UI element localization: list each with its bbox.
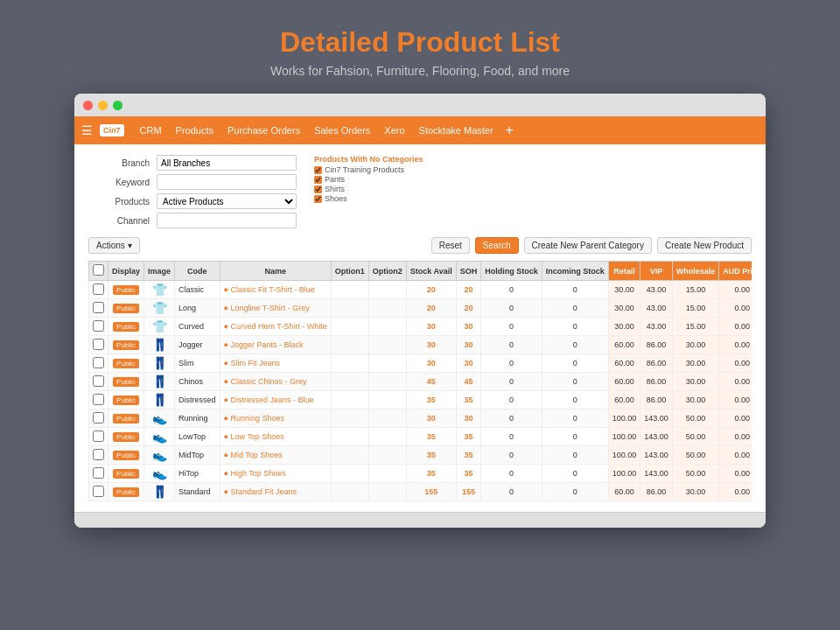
name-cell: ● Jogger Pants - Black bbox=[220, 336, 331, 354]
wholesale-cell: 15.00 bbox=[672, 281, 719, 299]
col-holding: Holding Stock bbox=[481, 262, 542, 281]
nav-add-icon[interactable]: + bbox=[500, 122, 519, 138]
option2-cell bbox=[368, 373, 406, 391]
product-link[interactable]: ● Running Shoes bbox=[224, 414, 284, 423]
product-link[interactable]: ● High Top Shoes bbox=[224, 469, 286, 478]
row-checkbox[interactable] bbox=[93, 486, 104, 497]
option1-cell bbox=[331, 318, 368, 336]
nav-item-crm[interactable]: CRM bbox=[133, 116, 169, 144]
row-checkbox[interactable] bbox=[93, 412, 104, 424]
product-link[interactable]: ● Mid Top Shoes bbox=[224, 451, 283, 459]
product-link[interactable]: ● Standard Fit Jeans bbox=[224, 487, 297, 496]
incoming-cell: 0 bbox=[542, 336, 608, 354]
image-cell: 👖 bbox=[144, 354, 175, 373]
row-checkbox[interactable] bbox=[93, 449, 104, 460]
holding-cell: 0 bbox=[481, 446, 542, 465]
retail-cell: 60.00 bbox=[608, 354, 640, 373]
name-cell: ● Standard Fit Jeans bbox=[220, 483, 331, 501]
vip-cell: 43.00 bbox=[640, 299, 673, 318]
products-select[interactable]: Active Products All Products Inactive Pr… bbox=[157, 193, 297, 209]
product-link[interactable]: ● Slim Fit Jeans bbox=[224, 359, 280, 368]
retail-cell: 60.00 bbox=[608, 373, 640, 391]
option1-cell bbox=[331, 336, 368, 354]
category-shoes[interactable]: Shoes bbox=[314, 194, 423, 203]
product-link[interactable]: ● Curved Hem T-Shirt - White bbox=[224, 322, 327, 331]
aud-cell: 0.00 bbox=[719, 465, 752, 483]
chevron-down-icon: ▾ bbox=[128, 241, 132, 250]
aud-cell: 0.00 bbox=[719, 373, 752, 391]
product-link[interactable]: ● Longline T-Shirt - Grey bbox=[224, 304, 310, 312]
keyword-input[interactable] bbox=[157, 174, 297, 190]
wholesale-cell: 30.00 bbox=[672, 483, 719, 501]
nav-item-sales-orders[interactable]: Sales Orders bbox=[307, 116, 377, 144]
row-checkbox[interactable] bbox=[93, 375, 104, 387]
row-checkbox[interactable] bbox=[93, 284, 104, 295]
close-dot[interactable] bbox=[83, 101, 93, 110]
image-cell: 👕 bbox=[144, 281, 175, 299]
create-product-button[interactable]: Create New Product bbox=[657, 237, 752, 254]
nav-item-xero[interactable]: Xero bbox=[377, 116, 411, 144]
wholesale-cell: 30.00 bbox=[672, 354, 719, 373]
display-badge: Public bbox=[113, 304, 139, 313]
nav-item-purchase-orders[interactable]: Purchase Orders bbox=[220, 116, 307, 144]
row-checkbox[interactable] bbox=[93, 357, 104, 368]
product-link[interactable]: ● Jogger Pants - Black bbox=[224, 340, 304, 349]
nav-item-stocktake[interactable]: Stocktake Master bbox=[412, 116, 500, 144]
col-image: Image bbox=[144, 262, 175, 281]
table-row: Public 👖 Chinos ● Classic Chinos - Grey … bbox=[89, 373, 752, 391]
hamburger-icon[interactable]: ☰ bbox=[81, 123, 93, 137]
category-cin7[interactable]: Cin7 Training Products bbox=[314, 165, 423, 174]
aud-cell: 0.00 bbox=[719, 410, 752, 428]
holding-cell: 0 bbox=[481, 281, 542, 299]
row-checkbox[interactable] bbox=[93, 320, 104, 332]
reset-button[interactable]: Reset bbox=[431, 237, 470, 254]
col-wholesale: Wholesale bbox=[672, 262, 719, 281]
image-cell: 👟 bbox=[144, 446, 175, 465]
search-button[interactable]: Search bbox=[475, 237, 519, 254]
code-cell: Slim bbox=[175, 354, 220, 373]
retail-cell: 60.00 bbox=[608, 483, 640, 501]
row-checkbox[interactable] bbox=[93, 394, 104, 405]
option2-cell bbox=[368, 410, 406, 428]
incoming-cell: 0 bbox=[542, 428, 608, 446]
create-category-button[interactable]: Create New Parent Category bbox=[524, 237, 652, 254]
stock-avail-cell: 20 bbox=[406, 299, 456, 318]
maximize-dot[interactable] bbox=[113, 101, 122, 110]
aud-cell: 0.00 bbox=[719, 428, 752, 446]
table-row: Public 👖 Distressed ● Distressed Jeans -… bbox=[89, 391, 752, 410]
select-all-checkbox[interactable] bbox=[93, 264, 104, 276]
vip-cell: 143.00 bbox=[640, 428, 673, 446]
row-checkbox[interactable] bbox=[93, 467, 104, 479]
row-checkbox[interactable] bbox=[93, 339, 104, 350]
code-cell: Long bbox=[175, 299, 220, 318]
row-checkbox[interactable] bbox=[93, 430, 104, 442]
incoming-cell: 0 bbox=[542, 465, 608, 483]
channel-input[interactable] bbox=[157, 213, 297, 228]
branch-input[interactable] bbox=[157, 155, 297, 171]
product-link[interactable]: ● Classic Fit T-Shirt - Blue bbox=[224, 285, 315, 294]
category-shirts[interactable]: Shirts bbox=[314, 185, 423, 193]
display-badge: Public bbox=[113, 322, 139, 332]
image-cell: 👖 bbox=[144, 391, 175, 410]
holding-cell: 0 bbox=[481, 336, 542, 354]
display-badge: Public bbox=[113, 469, 139, 479]
nav-item-products[interactable]: Products bbox=[169, 116, 220, 144]
filter-section: Branch Keyword Products Active Products … bbox=[88, 155, 752, 228]
category-pants[interactable]: Pants bbox=[314, 175, 423, 184]
nav-logo: Cin7 bbox=[100, 124, 124, 136]
filter-right: Products With No Categories Cin7 Trainin… bbox=[314, 155, 423, 204]
product-link[interactable]: ● Low Top Shoes bbox=[224, 432, 284, 441]
product-link[interactable]: ● Distressed Jeans - Blue bbox=[224, 396, 314, 404]
product-link[interactable]: ● Classic Chinos - Grey bbox=[224, 377, 307, 386]
wholesale-cell: 50.00 bbox=[672, 428, 719, 446]
col-name: Name bbox=[220, 262, 331, 281]
minimize-dot[interactable] bbox=[98, 101, 108, 110]
row-checkbox[interactable] bbox=[93, 302, 104, 313]
display-badge: Public bbox=[113, 340, 139, 350]
actions-button[interactable]: Actions ▾ bbox=[88, 237, 140, 254]
stock-avail-cell: 20 bbox=[406, 281, 456, 299]
retail-cell: 60.00 bbox=[608, 391, 640, 410]
holding-cell: 0 bbox=[481, 391, 542, 410]
code-cell: Jogger bbox=[175, 336, 220, 354]
image-cell: 👟 bbox=[144, 428, 175, 446]
